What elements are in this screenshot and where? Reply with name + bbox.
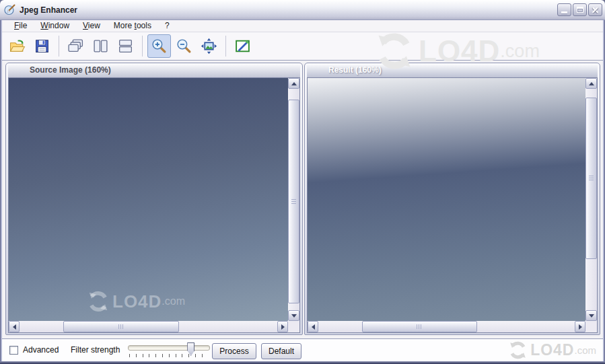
lo4d-logo-icon (87, 290, 110, 313)
source-hscroll-left-button[interactable] (9, 321, 20, 332)
result-hscroll-thumb[interactable] (362, 321, 477, 332)
result-vscrollbar (585, 78, 597, 321)
source-vscrollbar (288, 78, 299, 321)
arrow-right-icon (579, 324, 585, 330)
filter-strength-slider-ticks (129, 354, 209, 357)
default-button[interactable]: Default (261, 343, 301, 359)
zoom-in-button[interactable] (147, 34, 171, 58)
scrollbar-corner (288, 321, 299, 332)
filter-strength-slider-track[interactable] (128, 345, 210, 351)
source-panel: Source Image (160%) LO4D.com (5, 63, 303, 335)
source-vscroll-down-button[interactable] (288, 310, 299, 321)
title-bar[interactable]: Jpeg Enhancer (0, 0, 605, 20)
maximize-icon (577, 7, 583, 13)
scrollbar-corner (585, 321, 597, 332)
bottom-bar: Advanced Filter strength Process Default… (2, 338, 603, 361)
tile-vertical-icon (92, 38, 109, 54)
source-hscroll-thumb[interactable] (63, 321, 179, 332)
arrow-up-icon (291, 79, 297, 85)
tile-horizontal-icon (117, 38, 134, 54)
filter-strength-slider (128, 342, 211, 360)
open-button[interactable] (5, 34, 29, 58)
result-vscroll-thumb[interactable] (585, 98, 597, 259)
toolbar (2, 32, 603, 61)
arrow-down-icon (291, 314, 297, 320)
minimize-button[interactable] (557, 3, 571, 16)
source-panel-title: Source Image (160%) (30, 65, 111, 75)
zoom-out-icon (176, 38, 192, 54)
cascade-windows-icon (67, 38, 84, 54)
folder-open-icon (9, 38, 26, 54)
arrow-down-icon (589, 314, 594, 320)
cascade-windows-button[interactable] (64, 34, 87, 58)
fit-image-icon (201, 38, 217, 54)
toolbar-separator (59, 36, 59, 57)
mdi-client: Source Image (160%) LO4D.com (2, 61, 603, 338)
result-vscroll-up-button[interactable] (585, 78, 597, 89)
menu-bar: File Window View More tools ? (2, 20, 603, 32)
result-hscroll-left-button[interactable] (308, 321, 318, 332)
close-button[interactable] (588, 3, 602, 16)
source-vscroll-track[interactable] (288, 89, 299, 310)
result-vscroll-down-button[interactable] (585, 310, 597, 321)
source-image-canvas: LO4D.com (9, 78, 288, 321)
enhance-button[interactable] (231, 34, 254, 58)
toolbar-separator (225, 36, 226, 57)
zoom-out-button[interactable] (172, 34, 196, 58)
filter-strength-label: Filter strength (71, 339, 120, 361)
lo4d-logo-icon (508, 340, 528, 360)
result-vscroll-track[interactable] (585, 89, 597, 310)
fit-to-window-button[interactable] (197, 34, 221, 58)
source-panel-titlebar[interactable]: Source Image (160%) (8, 63, 300, 77)
source-hscroll-track[interactable] (20, 321, 277, 332)
menu-window[interactable]: Window (34, 20, 76, 32)
source-vscroll-up-button[interactable] (288, 78, 299, 89)
advanced-checkbox[interactable] (9, 346, 18, 355)
tile-vertical-button[interactable] (89, 34, 112, 58)
source-vscroll-thumb[interactable] (288, 100, 299, 303)
source-hscrollbar (9, 321, 288, 332)
result-panel: Result (160%) (304, 63, 600, 335)
arrow-right-icon (281, 324, 287, 330)
arrow-left-icon (10, 324, 16, 330)
menu-more-tools[interactable]: More tools (107, 20, 158, 32)
source-hscroll-right-button[interactable] (277, 321, 288, 332)
lo4d-watermark-source: LO4D.com (87, 290, 185, 313)
result-hscroll-right-button[interactable] (575, 321, 585, 332)
advanced-label[interactable]: Advanced (23, 339, 59, 361)
lo4d-watermark-bottom: LO4D.com (508, 340, 596, 360)
maximize-button[interactable] (573, 3, 587, 16)
minimize-icon (561, 11, 567, 13)
app-icon (4, 4, 15, 15)
arrow-up-icon (589, 79, 594, 85)
arrow-left-icon (309, 324, 315, 330)
menu-help[interactable]: ? (158, 20, 176, 32)
result-panel-titlebar[interactable]: Result (160%) (307, 63, 598, 77)
result-hscroll-track[interactable] (318, 321, 575, 332)
result-panel-title: Result (160%) (328, 65, 382, 75)
save-button[interactable] (30, 34, 54, 58)
zoom-in-icon (151, 38, 168, 54)
close-icon (591, 5, 600, 14)
floppy-disk-icon (34, 38, 50, 54)
window-title: Jpeg Enhancer (20, 5, 77, 15)
menu-view[interactable]: View (76, 20, 107, 32)
client-area: File Window View More tools ? (2, 20, 603, 361)
tile-horizontal-button[interactable] (114, 34, 137, 58)
process-button[interactable]: Process (212, 343, 256, 359)
menu-file[interactable]: File (7, 20, 34, 32)
result-image-canvas (308, 78, 585, 321)
result-panel-body (307, 77, 598, 333)
source-panel-body: LO4D.com (8, 77, 300, 333)
toolbar-separator (142, 36, 143, 57)
window-controls (557, 3, 602, 16)
result-hscrollbar (308, 321, 585, 332)
app-window: Jpeg Enhancer File Window View More tool… (0, 0, 605, 364)
enhance-image-icon (234, 38, 251, 54)
